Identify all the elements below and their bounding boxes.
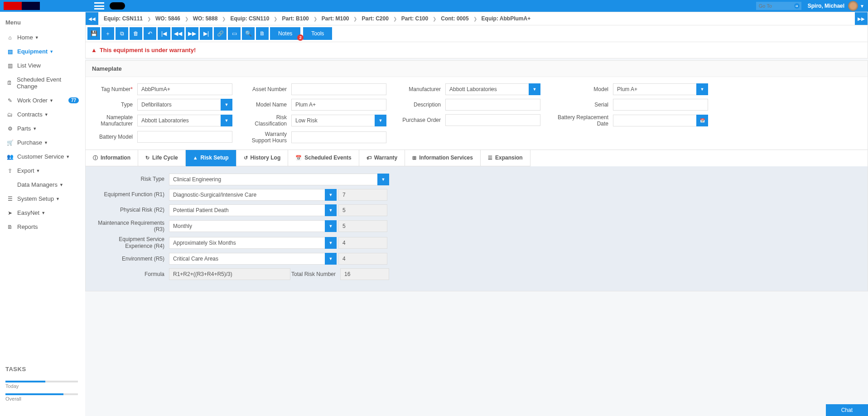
sidebar-item-system-setup[interactable]: ☰System Setup▼ [0, 192, 85, 206]
next-icon[interactable]: ▶▶ [186, 27, 198, 40]
breadcrumb-item[interactable]: Cont: 0005 [440, 13, 469, 24]
r2-dropdown-icon[interactable]: ▼ [325, 204, 337, 216]
risk-class-dropdown-icon[interactable]: ▼ [375, 115, 386, 126]
chevron-right-icon: ❯ [433, 16, 436, 21]
sidebar-item-home[interactable]: ⌂Home▼ [0, 30, 85, 44]
po-input[interactable] [445, 114, 540, 126]
sidebar-item-work-order[interactable]: ✎Work Order▼77 [0, 93, 85, 107]
tab-scheduled-events[interactable]: 📅Scheduled Events [288, 150, 359, 166]
sidebar-item-data-managers[interactable]: Data Managers▼ [0, 178, 85, 192]
search-icon[interactable]: 🔍 [242, 27, 255, 40]
prev-icon[interactable]: ◀◀ [172, 27, 184, 40]
breadcrumb-item[interactable]: Part: C100 [400, 13, 429, 24]
calendar-icon[interactable]: 📅 [696, 115, 708, 126]
r3-dropdown-icon[interactable]: ▼ [325, 220, 337, 232]
sidebar-item-parts[interactable]: ⚙Parts▼ [0, 121, 85, 135]
tools-button[interactable]: Tools [303, 27, 332, 40]
first-icon[interactable]: |◀ [158, 27, 170, 40]
copy-icon[interactable]: ⧉ [116, 27, 128, 40]
np-manu-input[interactable] [137, 115, 221, 126]
model-input[interactable] [613, 83, 696, 95]
serial-input[interactable] [613, 99, 708, 111]
risk-type-dropdown-icon[interactable]: ▼ [377, 174, 389, 185]
sidebar-item-export[interactable]: ⇪Export▼ [0, 164, 85, 178]
breadcrumb-item[interactable]: WO: 5888 [192, 13, 219, 24]
r1-input[interactable] [169, 189, 325, 201]
tab-life-cycle[interactable]: ↻Life Cycle [138, 150, 186, 166]
type-dropdown-icon[interactable]: ▼ [221, 99, 232, 111]
manu-dropdown-icon[interactable]: ▼ [529, 83, 540, 95]
manu-input[interactable] [445, 83, 529, 95]
tab-history-log[interactable]: ↺History Log [236, 150, 289, 166]
model-name-input[interactable] [291, 99, 386, 111]
r3-input[interactable] [169, 220, 325, 232]
add-icon[interactable]: ＋ [101, 27, 114, 40]
batt-model-input[interactable] [137, 131, 232, 143]
sidebar-item-equipment[interactable]: ▤Equipment▼ [0, 44, 85, 58]
serial-label: Serial [554, 102, 613, 108]
asset-input[interactable] [291, 83, 386, 95]
r2-input[interactable] [169, 204, 325, 216]
np-manu-dropdown-icon[interactable]: ▼ [221, 115, 232, 126]
batt-date-input[interactable] [613, 115, 696, 126]
user-menu-chevron-icon[interactable]: ▼ [860, 4, 864, 9]
breadcrumb-item[interactable]: WO: 5846 [154, 13, 181, 24]
sidebar-item-scheduled-event-change[interactable]: 🗓Scheduled Event Change [0, 73, 85, 93]
r5-label: Environment (R5) [92, 256, 169, 262]
tab-information[interactable]: ⓘInformation [86, 150, 138, 166]
breadcrumb-item[interactable]: Part: B100 [281, 13, 309, 24]
progress-bar [5, 381, 78, 382]
delete-icon[interactable]: 🗑 [130, 27, 142, 40]
tab-risk-setup[interactable]: ▲Risk Setup [186, 150, 236, 166]
menu-label: List View [17, 62, 41, 69]
breadcrumb-back-icon[interactable]: ◀◀ [86, 12, 98, 25]
user-avatar[interactable] [848, 1, 858, 11]
tab-information-services[interactable]: ⊞Information Services [405, 150, 481, 166]
user-name[interactable]: Spiro, Michael [808, 3, 844, 9]
risk-type-input[interactable] [169, 174, 377, 185]
sidebar-item-contracts[interactable]: 🗂Contracts▼ [0, 107, 85, 121]
sidebar-item-purchase[interactable]: 🛒Purchase▼ [0, 135, 85, 150]
type-input[interactable] [137, 99, 221, 111]
chat-button[interactable]: Chat [826, 404, 868, 416]
breadcrumb-item[interactable]: Equip: AbbPlumA+ [481, 13, 532, 24]
r5-input[interactable] [169, 253, 325, 265]
tab-label: Life Cycle [152, 155, 178, 161]
undo-icon[interactable]: ↶ [144, 27, 156, 40]
r4-dropdown-icon[interactable]: ▼ [325, 237, 337, 249]
notes-button[interactable]: Notes [270, 27, 300, 40]
document-icon[interactable]: 🗎 [256, 27, 269, 40]
desc-input[interactable] [445, 99, 540, 111]
r4-input[interactable] [169, 237, 325, 249]
sidebar-item-easynet[interactable]: ➤EasyNet▼ [0, 206, 85, 220]
card-icon[interactable]: ▭ [228, 27, 241, 40]
warranty-hrs-input[interactable] [291, 131, 386, 143]
sidebar-item-reports[interactable]: 🗎Reports [0, 220, 85, 234]
last-icon[interactable]: ▶| [200, 27, 212, 40]
save-icon[interactable]: 💾 [87, 27, 100, 40]
hamburger-icon[interactable] [94, 2, 104, 10]
breadcrumb-forward-icon[interactable]: ▶▶ [855, 12, 868, 25]
r1-dropdown-icon[interactable]: ▼ [325, 189, 337, 201]
link-icon[interactable]: 🔗 [214, 27, 227, 40]
breadcrumb-item[interactable]: Part: C200 [361, 13, 389, 24]
tab-icon: ↺ [244, 155, 248, 161]
chevron-down-icon: ▼ [41, 211, 45, 215]
breadcrumb-bar: ◀◀ Equip: CSN111❯WO: 5846❯WO: 5888❯Equip… [85, 12, 868, 25]
breadcrumb-item[interactable]: Part: M100 [321, 13, 350, 24]
chevron-right-icon: ❯ [353, 16, 357, 21]
menu-label: Customer Service [17, 153, 64, 160]
tab-warranty[interactable]: 🏷Warranty [359, 150, 405, 166]
breadcrumb-item[interactable]: Equip: CSN111 [103, 13, 144, 24]
sidebar-item-customer-service[interactable]: 👥Customer Service▼ [0, 150, 85, 164]
tab-expansion[interactable]: ☰Expansion [481, 150, 530, 166]
sidebar-item-list-view[interactable]: ▥List View [0, 58, 85, 73]
risk-class-input[interactable] [291, 115, 375, 126]
goto-arrow-icon[interactable]: ➜ [794, 3, 800, 9]
batt-model-label: Battery Model [92, 134, 137, 140]
model-dropdown-icon[interactable]: ▼ [696, 83, 708, 95]
tag-input[interactable] [137, 83, 232, 95]
breadcrumb-item[interactable]: Equip: CSN110 [229, 13, 270, 24]
dark-mode-toggle[interactable] [110, 2, 125, 10]
r5-dropdown-icon[interactable]: ▼ [325, 253, 337, 265]
